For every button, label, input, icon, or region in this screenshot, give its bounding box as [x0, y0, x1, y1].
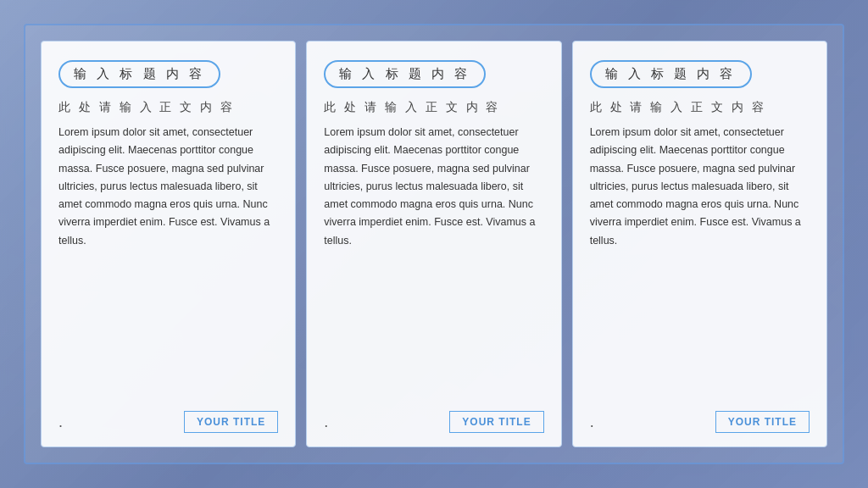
card-1-footer: . YOUR TITLE	[58, 411, 278, 433]
card-1-badge: 输 入 标 题 内 容	[58, 60, 220, 88]
card-3: 输 入 标 题 内 容 此 处 请 输 入 正 文 内 容 Lorem ipsu…	[572, 41, 827, 447]
card-3-body: Lorem ipsum dolor sit amet, consectetuer…	[590, 124, 810, 399]
card-1-dot: .	[58, 413, 63, 431]
card-3-your-title-button[interactable]: YOUR TITLE	[715, 411, 810, 433]
card-2-subtitle: 此 处 请 输 入 正 文 内 容	[324, 100, 543, 115]
card-2-your-title-button[interactable]: YOUR TITLE	[449, 411, 543, 433]
card-1-your-title-button[interactable]: YOUR TITLE	[184, 411, 278, 433]
card-1-subtitle: 此 处 请 输 入 正 文 内 容	[58, 100, 278, 115]
card-1: 输 入 标 题 内 容 此 处 请 输 入 正 文 内 容 Lorem ipsu…	[41, 41, 296, 447]
card-2-footer: . YOUR TITLE	[324, 411, 543, 433]
card-3-subtitle: 此 处 请 输 入 正 文 内 容	[590, 100, 810, 115]
card-2: 输 入 标 题 内 容 此 处 请 输 入 正 文 内 容 Lorem ipsu…	[306, 41, 561, 447]
card-2-dot: .	[324, 413, 328, 431]
card-1-body: Lorem ipsum dolor sit amet, consectetuer…	[58, 124, 278, 399]
outer-container: 输 入 标 题 内 容 此 处 请 输 入 正 文 内 容 Lorem ipsu…	[24, 24, 844, 464]
card-2-badge: 输 入 标 题 内 容	[324, 60, 486, 88]
card-3-badge: 输 入 标 题 内 容	[590, 60, 752, 88]
card-3-dot: .	[590, 413, 594, 431]
card-3-footer: . YOUR TITLE	[590, 411, 810, 433]
card-2-body: Lorem ipsum dolor sit amet, consectetuer…	[324, 124, 543, 399]
